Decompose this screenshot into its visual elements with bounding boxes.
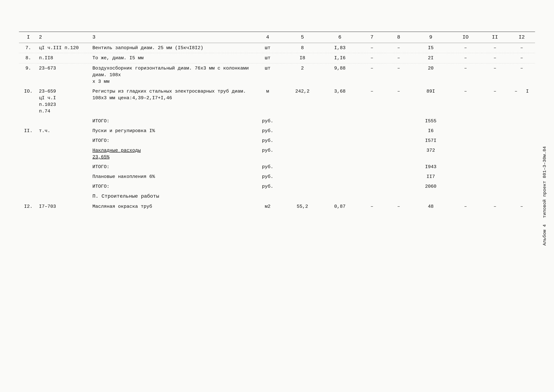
cell: 8: [284, 43, 321, 53]
cell: [284, 116, 321, 126]
cell: [450, 182, 482, 191]
cell: –: [450, 202, 482, 211]
cell: [482, 126, 508, 136]
cell: 20: [412, 63, 450, 86]
cell: –: [508, 63, 535, 86]
cell: I5: [412, 43, 450, 53]
cell: I8: [284, 53, 321, 63]
cell: I,I6: [321, 53, 359, 63]
cell: 3,68: [321, 86, 359, 116]
cell: [359, 182, 385, 191]
cell: [359, 162, 385, 172]
cell: [385, 191, 412, 202]
cell: [412, 191, 450, 202]
cell: 7.: [19, 43, 38, 53]
cell: цI ч.III п.120: [38, 43, 91, 53]
cell: [359, 126, 385, 136]
side-text-area: типовой проект 801–3–30м.84 Альбом 4: [538, 0, 551, 392]
cell: 48: [412, 202, 450, 211]
cell: –: [482, 63, 508, 86]
cell: Пуски и регулировка I%: [91, 126, 252, 136]
cell: [450, 162, 482, 172]
cell: 2060: [412, 182, 450, 191]
header-col5: 5: [284, 32, 321, 43]
cell: [385, 136, 412, 146]
cell: [450, 146, 482, 162]
cell: [284, 172, 321, 182]
cell: [482, 191, 508, 202]
header-col11: II: [482, 32, 508, 43]
header-col1: I: [19, 32, 38, 43]
header-col3: 3: [91, 32, 252, 43]
header-col9: 9: [412, 32, 450, 43]
header-col8: 8: [385, 32, 412, 43]
cell: –: [508, 202, 535, 211]
cell: [252, 191, 284, 202]
cell: 242,2: [284, 86, 321, 116]
cell: [508, 146, 535, 162]
cell: [359, 146, 385, 162]
cell: [482, 116, 508, 126]
cell: [385, 172, 412, 182]
table-row: ИТОГО:руб.2060: [19, 182, 535, 191]
cell: м: [252, 86, 284, 116]
cell: II.: [19, 126, 38, 136]
cell: –: [359, 86, 385, 116]
cell: [450, 126, 482, 136]
cell: [321, 172, 359, 182]
cell: [321, 182, 359, 191]
side-label-top: типовой проект 801–3–30м.84: [542, 146, 547, 218]
cell: [38, 182, 91, 191]
cell: [359, 191, 385, 202]
cell: руб.: [252, 162, 284, 172]
cell: –: [385, 63, 412, 86]
cell: [359, 116, 385, 126]
cell: [38, 172, 91, 182]
cell: –: [450, 86, 482, 116]
cell: шт: [252, 63, 284, 86]
cell: [450, 136, 482, 146]
cell: [321, 136, 359, 146]
cell: [284, 191, 321, 202]
cell: 2: [284, 63, 321, 86]
cell: 9.: [19, 63, 38, 86]
side-label-bottom: Альбом 4: [542, 224, 547, 245]
cell: [450, 172, 482, 182]
cell: [450, 116, 482, 126]
cell: [19, 182, 38, 191]
cell: п.II8: [38, 53, 91, 63]
cell: [321, 126, 359, 136]
cell: руб.: [252, 136, 284, 146]
cell: [385, 162, 412, 172]
cell: [508, 172, 535, 182]
table-row: П. Строительные работы: [19, 191, 535, 202]
cell: Масляная окраска труб: [91, 202, 252, 211]
cell: [284, 182, 321, 191]
cell: –: [385, 53, 412, 63]
cell: 89I: [412, 86, 450, 116]
cell: руб.: [252, 172, 284, 182]
cell: –: [385, 86, 412, 116]
header-col10: IO: [450, 32, 482, 43]
cell: [359, 172, 385, 182]
cell: [508, 126, 535, 136]
table-row: I2.I7–703Масляная окраска трубм255,20,87…: [19, 202, 535, 211]
cell: 2I: [412, 53, 450, 63]
cell: [450, 191, 482, 202]
table-row: ИТОГО:руб.I943: [19, 162, 535, 172]
cell: [19, 116, 38, 126]
table-row: 8.п.II8То же, диам. I5 ммштI8I,I6––2I–––: [19, 53, 535, 63]
cell: [482, 162, 508, 172]
cell: –: [359, 202, 385, 211]
cell: [508, 182, 535, 191]
cell: –: [359, 53, 385, 63]
cell: [385, 126, 412, 136]
cell: П. Строительные работы: [91, 191, 252, 202]
cell: –: [359, 63, 385, 86]
cell: Воздухосборник горизонтальный диам. 76х3…: [91, 63, 252, 86]
cell: [19, 191, 38, 202]
table-row: 9.23–673Воздухосборник горизонтальный ди…: [19, 63, 535, 86]
cell: –: [359, 43, 385, 53]
table-row: ИТОГО:руб.I57I: [19, 136, 535, 146]
cell: [385, 116, 412, 126]
